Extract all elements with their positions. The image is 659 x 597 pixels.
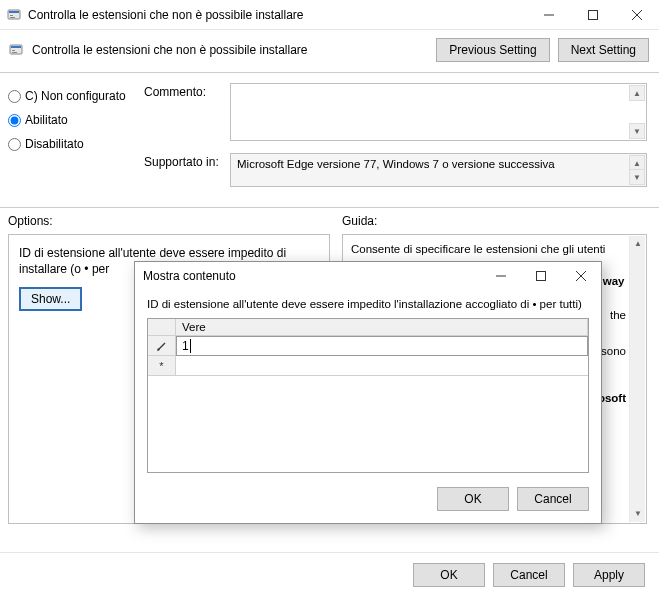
radio-not-configured-input[interactable] (8, 90, 21, 103)
help-label: Guida: (342, 214, 647, 228)
row-new-marker: * (148, 356, 176, 376)
footer: OK Cancel Apply (0, 552, 659, 597)
minimize-button[interactable] (527, 0, 571, 30)
comment-row: Commento: ▲ ▼ (144, 83, 647, 141)
row-edit-marker (148, 336, 176, 356)
grid-header-value[interactable]: Vere (176, 319, 588, 336)
supported-row: Supportato in: Microsoft Edge versione 7… (144, 153, 647, 187)
policy-icon (8, 42, 24, 58)
options-label: Options: (8, 214, 330, 228)
grid-header: Vere (148, 319, 588, 336)
svg-rect-3 (10, 17, 15, 18)
supported-label: Supportato in: (144, 153, 222, 169)
scroll-up-icon[interactable]: ▲ (629, 85, 645, 101)
svg-line-16 (158, 343, 165, 350)
window-titlebar: Controlla le estensioni che non è possib… (0, 0, 659, 30)
radio-enabled[interactable]: Abilitato (8, 113, 132, 127)
info-column: Commento: ▲ ▼ Supportato in: Microsoft E… (144, 83, 647, 199)
grid-row[interactable]: * (148, 356, 588, 376)
radio-enabled-input[interactable] (8, 114, 21, 127)
close-button[interactable] (615, 0, 659, 30)
dialog-footer: OK Cancel (135, 477, 601, 523)
window-title: Controlla le estensioni che non è possib… (28, 8, 527, 22)
next-setting-button[interactable]: Next Setting (558, 38, 649, 62)
radio-column: C) Non configurato Abilitato Disabilitat… (8, 83, 132, 199)
comment-label: Commento: (144, 83, 222, 99)
dialog-close-button[interactable] (561, 262, 601, 290)
grid-row[interactable]: 1 (148, 336, 588, 356)
dialog-cancel-button[interactable]: Cancel (517, 487, 589, 511)
scroll-down-icon[interactable]: ▼ (630, 506, 646, 522)
dialog-title: Mostra contenuto (143, 269, 481, 283)
supported-field: Microsoft Edge versione 77, Windows 7 o … (230, 153, 647, 187)
help-text-2a: the (610, 309, 626, 321)
text-cursor (190, 339, 191, 353)
dialog-titlebar: Mostra contenuto (135, 262, 601, 290)
asterisk-icon: * (159, 360, 163, 372)
svg-rect-5 (589, 10, 598, 19)
grid-cell-empty[interactable] (176, 356, 588, 376)
svg-rect-1 (9, 11, 19, 13)
radio-not-configured-label: C) Non configurato (25, 89, 126, 103)
value-grid[interactable]: Vere 1 * (147, 318, 589, 473)
ok-button[interactable]: OK (413, 563, 485, 587)
scroll-down-icon[interactable]: ▼ (629, 123, 645, 139)
svg-rect-9 (11, 46, 21, 48)
radio-disabled-input[interactable] (8, 138, 21, 151)
show-button[interactable]: Show... (19, 287, 82, 311)
radio-not-configured[interactable]: C) Non configurato (8, 89, 132, 103)
radio-disabled-label: Disabilitato (25, 137, 84, 151)
scroll-down-icon[interactable]: ▼ (629, 169, 645, 185)
header-title: Controlla le estensioni che non è possib… (32, 43, 428, 57)
dialog-body: ID di estensione all'utente deve essere … (135, 290, 601, 477)
config-area: C) Non configurato Abilitato Disabilitat… (0, 73, 659, 208)
app-icon (6, 7, 22, 23)
supported-value: Microsoft Edge versione 77, Windows 7 o … (237, 158, 555, 170)
pencil-icon (157, 341, 167, 351)
window-controls (527, 0, 659, 30)
radio-disabled[interactable]: Disabilitato (8, 137, 132, 151)
dialog-description: ID di estensione all'utente deve essere … (147, 298, 589, 310)
grid-cell-value[interactable]: 1 (176, 336, 588, 356)
svg-rect-13 (537, 272, 546, 281)
dialog-ok-button[interactable]: OK (437, 487, 509, 511)
scroll-up-icon[interactable]: ▲ (630, 236, 646, 252)
dialog-minimize-button[interactable] (481, 262, 521, 290)
svg-rect-10 (12, 50, 15, 51)
help-scrollbar[interactable]: ▲ ▼ (629, 236, 645, 522)
header-row: Controlla le estensioni che non è possib… (0, 30, 659, 73)
svg-rect-11 (12, 52, 17, 53)
apply-button[interactable]: Apply (573, 563, 645, 587)
maximize-button[interactable] (571, 0, 615, 30)
grid-cell-text: 1 (182, 339, 189, 353)
dialog-maximize-button[interactable] (521, 262, 561, 290)
cancel-button[interactable]: Cancel (493, 563, 565, 587)
comment-field[interactable]: ▲ ▼ (230, 83, 647, 141)
grid-header-marker (148, 319, 176, 336)
previous-setting-button[interactable]: Previous Setting (436, 38, 549, 62)
show-contents-dialog: Mostra contenuto ID di estensione all'ut… (134, 261, 602, 524)
radio-enabled-label: Abilitato (25, 113, 68, 127)
svg-rect-2 (10, 15, 13, 16)
